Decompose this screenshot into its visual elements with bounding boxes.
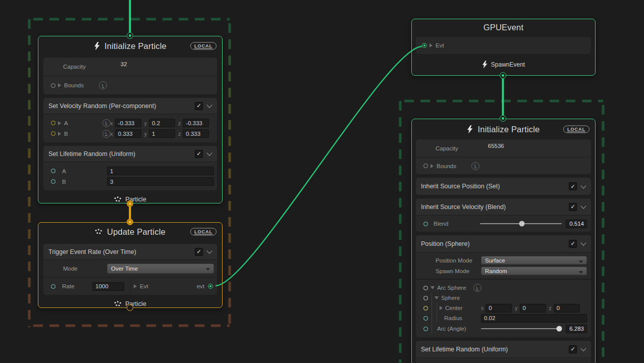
block-enabled-checkbox[interactable]: [569, 240, 577, 248]
block-enabled-checkbox[interactable]: [569, 203, 577, 211]
expand-arrow-icon[interactable]: [58, 83, 61, 87]
local-space-icon[interactable]: L: [471, 162, 479, 170]
arc-field[interactable]: 6.283: [566, 325, 587, 333]
vector3-port[interactable]: [423, 306, 428, 310]
flow-output-port-initialize-left[interactable]: [127, 200, 133, 207]
collapse-chevron-icon[interactable]: [206, 102, 212, 108]
block-header[interactable]: Set Lifetime Random (Uniform): [416, 341, 591, 357]
block-header[interactable]: Position (Sphere): [416, 235, 591, 252]
value-field[interactable]: 1: [107, 167, 214, 175]
flow-input-port-initialize-right[interactable]: [500, 115, 506, 122]
rate-field[interactable]: 1000: [92, 282, 124, 291]
node-header[interactable]: Initialize Particle LOCAL: [412, 119, 595, 139]
bounds-label: Bounds: [64, 82, 84, 88]
flow-input-port-initialize-left[interactable]: [127, 32, 133, 39]
evt-input-port[interactable]: [422, 43, 427, 48]
node-header[interactable]: GPUEvent: [412, 19, 595, 36]
block-header[interactable]: Inherit Source Velocity (Blend): [416, 198, 591, 215]
block-enabled-checkbox[interactable]: [195, 150, 203, 158]
x-field[interactable]: 0: [486, 304, 512, 313]
local-space-icon[interactable]: L: [99, 81, 107, 89]
collapse-chevron-icon[interactable]: [580, 203, 586, 209]
axis-y-label: y: [144, 131, 147, 137]
arc-angle-row: Arc (Angle) 6.283: [416, 323, 591, 334]
node-header[interactable]: Initialize Particle LOCAL: [38, 36, 222, 56]
collapse-chevron-icon[interactable]: [580, 183, 586, 188]
sphere-port[interactable]: [423, 296, 428, 300]
block-enabled-checkbox[interactable]: [195, 102, 203, 110]
capacity-field[interactable]: 65536: [485, 143, 585, 149]
local-space-badge[interactable]: LOCAL: [190, 42, 217, 50]
node-header[interactable]: Update Particle LOCAL: [38, 223, 222, 241]
bounds-port[interactable]: [51, 83, 56, 88]
value-field[interactable]: 3: [107, 177, 214, 186]
float-port[interactable]: [51, 169, 56, 173]
z-field[interactable]: -0.333: [183, 119, 209, 127]
collapse-chevron-icon[interactable]: [206, 248, 212, 253]
foldout-arrow-icon[interactable]: [435, 296, 439, 299]
x-field[interactable]: -0.333: [115, 119, 141, 127]
z-field[interactable]: 0: [554, 304, 580, 313]
block-enabled-checkbox[interactable]: [195, 248, 203, 256]
collapse-chevron-icon[interactable]: [580, 345, 586, 351]
gpuevent-input-block: Evt: [416, 37, 591, 54]
expand-arrow-icon[interactable]: [58, 121, 61, 125]
bolt-icon: [467, 125, 473, 134]
spawn-mode-dropdown[interactable]: Random: [481, 267, 587, 275]
x-field[interactable]: 0.333: [115, 129, 141, 138]
slider-knob[interactable]: [557, 326, 562, 332]
radius-field[interactable]: 0.02: [481, 314, 587, 323]
edge-evt-update-to-gpuevent[interactable]: [216, 46, 422, 286]
float-port[interactable]: [423, 222, 428, 226]
float-port[interactable]: [423, 316, 428, 321]
block-enabled-checkbox[interactable]: [569, 182, 577, 190]
block-header[interactable]: Inherit Source Position (Set): [416, 178, 591, 195]
z-field[interactable]: 0.333: [183, 129, 209, 138]
local-space-badge[interactable]: LOCAL: [563, 126, 589, 133]
center-label: Center: [445, 305, 463, 311]
float-port[interactable]: [51, 284, 56, 289]
block-enabled-checkbox[interactable]: [569, 345, 577, 353]
expand-arrow-icon[interactable]: [58, 132, 61, 136]
vector3-port[interactable]: [51, 121, 56, 125]
lifetime-a-row: A 1: [43, 166, 217, 176]
vector3-port[interactable]: [51, 131, 56, 136]
y-field[interactable]: 0.2: [149, 119, 175, 127]
local-space-icon[interactable]: L: [473, 284, 481, 292]
capacity-field[interactable]: 32: [117, 61, 211, 67]
float-port[interactable]: [423, 327, 428, 331]
arc-sphere-label: Arc Sphere: [437, 285, 466, 291]
arc-slider[interactable]: [481, 328, 562, 329]
local-space-icon[interactable]: L: [102, 119, 111, 127]
collapse-chevron-icon[interactable]: [206, 150, 212, 155]
expand-arrow-icon[interactable]: [440, 306, 443, 310]
evt-output-port[interactable]: [208, 284, 213, 289]
flow-output-port-gpuevent[interactable]: [500, 72, 506, 79]
arcsphere-port[interactable]: [423, 286, 428, 290]
velocity-a-row: A L x-0.333 y0.2 z-0.333: [43, 118, 217, 128]
block-set-lifetime-random: Set Lifetime Random (Uniform) A 1 B 3: [43, 146, 217, 190]
evt-input-label: Evt: [436, 42, 444, 48]
axis-z-label: z: [178, 120, 181, 126]
slider-knob[interactable]: [519, 221, 524, 227]
y-field[interactable]: 0: [520, 304, 546, 313]
vfx-graph-canvas[interactable]: Initialize Particle LOCAL Capacity 32 Bo…: [0, 0, 644, 363]
block-header[interactable]: Set Lifetime Random (Uniform): [43, 146, 217, 162]
foldout-arrow-icon[interactable]: [431, 286, 435, 289]
float-port[interactable]: [51, 179, 56, 184]
local-space-icon[interactable]: L: [102, 130, 111, 138]
expand-arrow-icon[interactable]: [431, 164, 434, 168]
local-space-badge[interactable]: LOCAL: [190, 228, 217, 236]
flow-input-port-update[interactable]: [127, 219, 133, 225]
block-header[interactable]: Trigger Event Rate (Over Time): [43, 244, 217, 260]
position-mode-dropdown[interactable]: Surface: [481, 256, 587, 265]
rate-row: Rate 1000 Evt evt: [43, 278, 217, 295]
collapse-chevron-icon[interactable]: [580, 240, 586, 245]
blend-field[interactable]: 0.514: [566, 220, 587, 228]
y-field[interactable]: 1: [149, 129, 175, 138]
mode-dropdown[interactable]: Over Time: [107, 264, 214, 274]
block-header[interactable]: Set Velocity Random (Per-component): [43, 98, 217, 114]
bounds-port[interactable]: [423, 164, 428, 168]
blend-slider[interactable]: [480, 223, 562, 224]
flow-output-port-update[interactable]: [127, 304, 133, 311]
